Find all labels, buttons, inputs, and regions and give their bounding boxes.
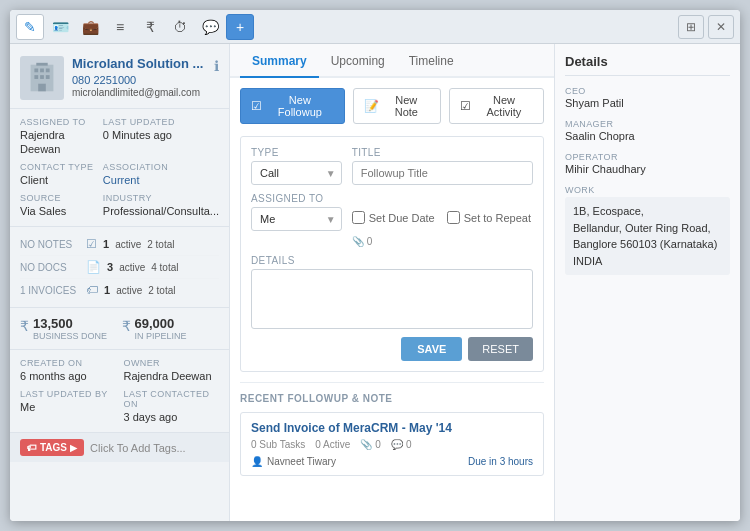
followup-footer: 👤 Navneet Tiwary Due in 3 hours	[251, 456, 533, 467]
svg-rect-2	[40, 69, 44, 73]
title-input[interactable]	[352, 161, 533, 185]
followup-comments: 💬 0	[391, 439, 412, 450]
toolbar-briefcase-btn[interactable]: 💼	[76, 14, 104, 40]
tags-button[interactable]: 🏷 TAGS ▶	[20, 439, 84, 456]
assigned-to-value: Rajendra Deewan	[20, 129, 65, 155]
notes-active-label: active	[115, 239, 141, 250]
tab-summary[interactable]: Summary	[240, 44, 319, 78]
company-name[interactable]: Microland Solution ...	[72, 56, 206, 71]
invoices-stat-row: 1 INVOICES 🏷 1 active 2 total	[20, 279, 219, 301]
details-title: Details	[565, 54, 730, 76]
followup-card: Send Invoice of MeraCRM - May '14 0 Sub …	[240, 412, 544, 476]
type-select-wrapper: Call Email Meeting Task ▼	[251, 161, 342, 185]
notes-stat-row: NO NOTES ☑ 1 active 2 total	[20, 233, 219, 256]
save-button[interactable]: SAVE	[401, 337, 462, 361]
toolbar-edit-btn[interactable]: ✎	[16, 14, 44, 40]
followup-title[interactable]: Send Invoice of MeraCRM - May '14	[251, 421, 533, 435]
operator-item: Operator Mihir Chaudhary	[565, 152, 730, 175]
type-select[interactable]: Call Email Meeting Task	[251, 161, 342, 185]
toolbar-right: ⊞ ✕	[678, 15, 734, 39]
title-group: TITLE	[352, 147, 533, 185]
last-contacted-label: LAST CONTACTED ON	[124, 389, 220, 409]
created-on-label: CREATED ON	[20, 358, 116, 368]
followup-attachments: 📎 0	[360, 439, 381, 450]
svg-rect-3	[46, 69, 50, 73]
business-done-label: BUSINESS DONE	[33, 331, 107, 341]
active-chip: 0 Active	[315, 439, 350, 450]
last-contacted-value: 3 days ago	[124, 411, 178, 423]
toolbar-card-btn[interactable]: 🪪	[46, 14, 74, 40]
ceo-label: CEO	[565, 86, 730, 96]
assigned-select[interactable]: Me Rajendra Deewan	[251, 207, 342, 231]
details-textarea[interactable]	[251, 269, 533, 329]
tag-icon: 🏷	[27, 442, 37, 453]
toolbar-plus-btn[interactable]: +	[226, 14, 254, 40]
pipeline-item: ₹ 69,000 IN PIPELINE	[122, 316, 220, 341]
toolbar-expand-btn[interactable]: ⊞	[678, 15, 704, 39]
new-activity-label: New Activity	[475, 94, 533, 118]
details-group: DETAILS	[251, 255, 533, 329]
top-toolbar: ✎ 🪪 💼 ≡ ₹ ⏱ 💬 + ⊞ ✕	[10, 10, 740, 44]
invoices-total: 2 total	[148, 285, 175, 296]
center-body: ☑ New Followup 📝 New Note ☑ New Activity	[230, 78, 554, 521]
assigned-to-label: ASSIGNED TO	[20, 117, 95, 127]
left-financials: ₹ 13,500 BUSINESS DONE ₹ 69,000 IN PIPEL…	[10, 308, 229, 350]
check-icon: ☑	[86, 237, 97, 251]
toolbar-chat-btn[interactable]: 💬	[196, 14, 224, 40]
set-due-date-checkbox[interactable]	[352, 211, 365, 224]
set-due-date-label[interactable]: Set Due Date	[352, 211, 435, 224]
new-followup-label: New Followup	[266, 94, 334, 118]
toolbar-close-btn[interactable]: ✕	[708, 15, 734, 39]
last-updated-by-item: LAST UPDATED BY Me	[20, 389, 116, 424]
new-followup-btn[interactable]: ☑ New Followup	[240, 88, 345, 124]
business-done-amount: 13,500	[33, 316, 107, 331]
followup-meta: 0 Sub Tasks 0 Active 📎 0 💬 0	[251, 439, 533, 450]
title-label: TITLE	[352, 147, 533, 158]
tags-add-text[interactable]: Click To Add Tags...	[90, 442, 186, 454]
recent-title: RECENT FOLLOWUP & NOTE	[240, 393, 544, 404]
manager-value: Saalin Chopra	[565, 130, 730, 142]
set-due-date-text: Set Due Date	[369, 212, 435, 224]
toolbar-list-btn[interactable]: ≡	[106, 14, 134, 40]
left-footer: CREATED ON 6 months ago OWNER Rajendra D…	[10, 350, 229, 433]
main-content: Microland Solution ... 080 2251000 micro…	[10, 44, 740, 521]
new-activity-btn[interactable]: ☑ New Activity	[449, 88, 544, 124]
set-repeat-label[interactable]: Set to Repeat	[447, 211, 531, 224]
invoices-active-label: active	[116, 285, 142, 296]
attach-count: 0	[375, 439, 381, 450]
manager-label: Manager	[565, 119, 730, 129]
industry-item: INDUSTRY Professional/Consulta...	[103, 193, 219, 218]
association-value[interactable]: Current	[103, 174, 140, 186]
set-repeat-checkbox[interactable]	[447, 211, 460, 224]
invoices-active: 1	[104, 284, 110, 296]
attach-num: 0	[367, 236, 373, 247]
owner-item: OWNER Rajendra Deewan	[124, 358, 220, 383]
last-updated-label: LAST UPDATED	[103, 117, 219, 127]
pipeline-amount: 69,000	[135, 316, 187, 331]
info-icon[interactable]: ℹ	[214, 58, 219, 74]
created-on-item: CREATED ON 6 months ago	[20, 358, 116, 383]
toolbar-clock-btn[interactable]: ⏱	[166, 14, 194, 40]
docs-active: 3	[107, 261, 113, 273]
invoices-label: 1 INVOICES	[20, 285, 80, 296]
assigned-select-wrapper: Me Rajendra Deewan ▼	[251, 207, 342, 231]
svg-rect-8	[36, 63, 47, 66]
reset-button[interactable]: RESET	[468, 337, 533, 361]
owner-value: Rajendra Deewan	[124, 370, 212, 382]
type-label: TYPE	[251, 147, 342, 158]
form-extras: Set Due Date Set to Repeat 📎 0	[352, 211, 533, 247]
person-icon: 👤	[251, 456, 263, 467]
comment-count: 0	[406, 439, 412, 450]
activity-icon: ☑	[460, 99, 471, 113]
source-item: SOURCE Via Sales	[20, 193, 95, 218]
main-window: ✎ 🪪 💼 ≡ ₹ ⏱ 💬 + ⊞ ✕	[10, 10, 740, 521]
rupee-icon-1: ₹	[20, 318, 29, 334]
new-note-btn[interactable]: 📝 New Note	[353, 88, 441, 124]
notes-total: 2 total	[147, 239, 174, 250]
toolbar-chart-btn[interactable]: ₹	[136, 14, 164, 40]
docs-stat-row: NO DOCS 📄 3 active 4 total	[20, 256, 219, 279]
contact-phone[interactable]: 080 2251000	[72, 74, 206, 86]
tab-upcoming[interactable]: Upcoming	[319, 44, 397, 78]
contact-type-item: CONTACT TYPE Client	[20, 162, 95, 187]
tab-timeline[interactable]: Timeline	[397, 44, 466, 78]
